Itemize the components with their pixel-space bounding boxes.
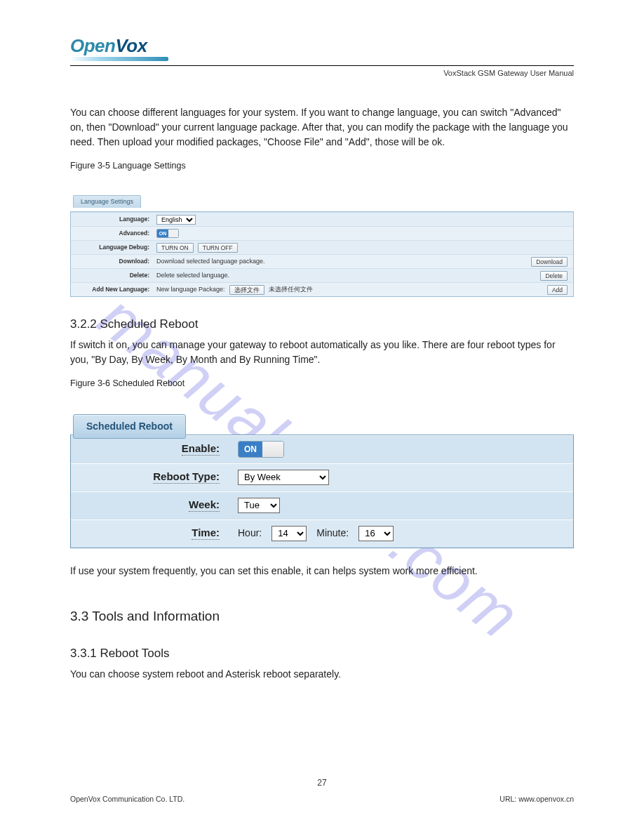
label-add-new-language: Add New Language: <box>71 284 154 296</box>
label-hour: Hour: <box>238 526 262 541</box>
language-settings-figure: Language Settings Language: English Adva… <box>70 192 574 298</box>
language-select[interactable]: English <box>156 215 196 225</box>
minute-select[interactable]: 16 <box>358 526 394 541</box>
hour-select[interactable]: 14 <box>271 526 307 541</box>
turn-off-button[interactable]: TURN OFF <box>198 243 238 253</box>
label-language-debug: Language Debug: <box>71 241 154 253</box>
page-content: OpenVox VoxStack GSM Gateway User Manual… <box>0 0 644 734</box>
label-download: Download: <box>71 256 154 267</box>
row-advanced: Advanced: ON <box>71 226 573 240</box>
label-time: Time: <box>192 527 220 540</box>
row-week: Week: Tue <box>71 491 573 519</box>
scheduled-reboot-panel: Enable: ON Reboot Type: By Week <box>70 435 574 548</box>
language-settings-tab[interactable]: Language Settings <box>73 195 141 208</box>
row-download: Download: Download selected language pac… <box>71 254 573 268</box>
enable-toggle[interactable]: ON <box>238 441 284 458</box>
reboot-type-select[interactable]: By Week <box>238 470 329 485</box>
label-enable: Enable: <box>182 442 220 456</box>
logo-underline <box>70 57 168 61</box>
delete-text: Delete selected language. <box>156 271 229 281</box>
label-advanced: Advanced: <box>71 227 154 239</box>
row-enable: Enable: ON <box>71 435 573 463</box>
toggle-off-space <box>168 230 178 237</box>
row-reboot-type: Reboot Type: By Week <box>71 463 573 491</box>
label-reboot-type: Reboot Type: <box>153 470 220 484</box>
figure-3-5-caption: Figure 3-5 Language Settings <box>70 159 574 173</box>
row-delete: Delete: Delete selected language. Delete <box>71 268 573 282</box>
label-week: Week: <box>189 498 220 512</box>
label-language: Language: <box>71 213 154 225</box>
heading-reboot-tools: 3.3.1 Reboot Tools <box>70 644 574 663</box>
new-language-text: New language Package: <box>156 285 225 295</box>
after-reboot-paragraph: If use your system frequently, you can s… <box>70 564 574 578</box>
week-select[interactable]: Tue <box>238 498 280 513</box>
download-button[interactable]: Download <box>531 257 568 267</box>
label-minute: Minute: <box>316 526 349 541</box>
turn-on-button[interactable]: TURN ON <box>156 243 194 253</box>
row-language: Language: English <box>71 212 573 226</box>
logo: OpenVox <box>70 35 574 61</box>
logo-vox: Vox <box>115 35 147 57</box>
scheduled-reboot-paragraph: If switch it on, you can manage your gat… <box>70 338 574 367</box>
enable-off-space <box>262 442 283 457</box>
header-rule <box>70 65 574 66</box>
language-settings-panel: Language: English Advanced: ON <box>70 211 574 297</box>
add-button[interactable]: Add <box>547 285 568 295</box>
figure-3-6-caption: Figure 3-6 Scheduled Reboot <box>70 377 574 390</box>
footer-page: 27 <box>317 778 326 788</box>
intro-paragraph: You can choose different languages for y… <box>70 105 574 150</box>
advanced-toggle[interactable]: ON <box>156 229 179 238</box>
scheduled-reboot-tab[interactable]: Scheduled Reboot <box>73 414 186 439</box>
no-file-text: 未选择任何文件 <box>269 285 313 295</box>
delete-button[interactable]: Delete <box>540 271 568 281</box>
scheduled-reboot-figure: Scheduled Reboot Enable: ON Reboot Type: <box>70 410 574 548</box>
reboot-tools-paragraph: You can choose system reboot and Asteris… <box>70 667 574 682</box>
row-add-new-language: Add New Language: New language Package: … <box>71 282 573 296</box>
heading-tools-info: 3.3 Tools and Information <box>70 607 574 627</box>
logo-open: Open <box>70 35 115 57</box>
footer-right: URL: www.openvox.cn <box>499 795 574 803</box>
row-language-debug: Language Debug: TURN ON TURN OFF <box>71 240 573 254</box>
header-subtitle: VoxStack GSM Gateway User Manual <box>70 69 574 77</box>
heading-scheduled-reboot: 3.2.2 Scheduled Reboot <box>70 315 574 333</box>
label-delete: Delete: <box>71 270 154 282</box>
enable-on-label: ON <box>239 442 262 457</box>
download-text: Download selected language package. <box>156 257 265 267</box>
footer-left: OpenVox Communication Co. LTD. <box>70 795 185 803</box>
row-time: Time: Hour: 14 Minute: 16 <box>71 519 573 548</box>
choose-file-button[interactable]: 选择文件 <box>229 285 264 295</box>
toggle-on-label: ON <box>157 230 168 237</box>
footer: OpenVox Communication Co. LTD. URL: www.… <box>70 795 574 803</box>
